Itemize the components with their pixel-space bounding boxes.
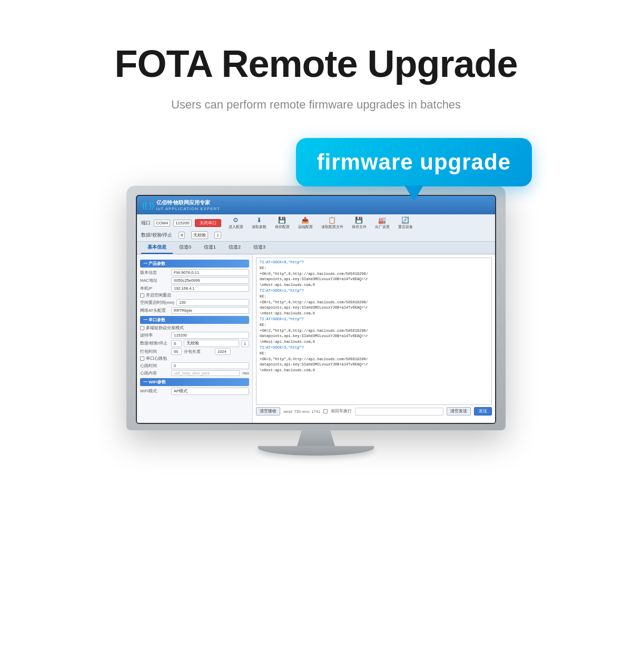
terminal-line: TI:AT+SOCK=0,"http"? bbox=[260, 260, 488, 265]
wifi-icon: ((·)) bbox=[142, 201, 154, 210]
tab-ch3[interactable]: 信道3 bbox=[247, 242, 272, 254]
savefile-label: 保存文件 bbox=[352, 224, 367, 230]
factory-icon: 🏭 bbox=[378, 216, 386, 224]
parity-bits[interactable]: 无校验 bbox=[184, 340, 239, 347]
baud-select[interactable]: 115200 bbox=[173, 220, 192, 226]
page-container: FOTA Remote Upgrade Users can perform re… bbox=[0, 0, 632, 487]
ip-value: 192.168.4.1 bbox=[171, 285, 249, 292]
toolbar-icons: ⚙ 进入配置 ⬇ 读取参数 💾 保存配置 bbox=[229, 216, 413, 230]
speech-bubble: firmware upgrade bbox=[296, 138, 532, 186]
terminal-line: \nHost:api.haclouds.com,0 bbox=[260, 311, 488, 317]
tab-basic[interactable]: 基本信息 bbox=[141, 242, 173, 254]
config-icon: ⚙ bbox=[233, 216, 239, 224]
idle-restart-label: 开启空闲重启 bbox=[146, 293, 171, 298]
terminal-line: \nHost:api.haclouds.com,0 bbox=[260, 340, 488, 345]
idle-restart-checkbox[interactable] bbox=[140, 293, 144, 298]
read-label: 读取参数 bbox=[252, 224, 266, 230]
cb-multi-proto[interactable]: 多端短协议分发模式 bbox=[140, 325, 249, 331]
terminal-line: KE: bbox=[260, 266, 488, 271]
ip-label: 本机IP bbox=[140, 286, 169, 291]
terminal-line: \nHost:api.haclouds.com,0 bbox=[260, 368, 488, 373]
field-baud: 波特率 115200 bbox=[140, 332, 249, 339]
net-at-value[interactable]: RRTRbyte bbox=[171, 307, 249, 314]
section-wifi-params: 一 WIFI参数 bbox=[140, 378, 249, 386]
tab-bar: 基本信息 信道0 信道1 信道2 信道3 bbox=[137, 242, 495, 254]
wifi-mode-value[interactable]: AP模式 bbox=[171, 388, 249, 395]
close-port-btn[interactable]: 关闭串口 bbox=[195, 219, 221, 227]
page-title: FOTA Remote Upgrade bbox=[114, 42, 517, 85]
monitor-wrapper: ((·)) 亿佰特·物联网应用专家 IoT APPLICATION EXPERT… bbox=[79, 185, 553, 456]
field-heart-time: 心跳时间 0 bbox=[140, 362, 249, 369]
terminal-line: +OK=1,"http",0,http://api.haclouds.com/5… bbox=[260, 300, 488, 305]
remote-label: 远端配置 bbox=[298, 224, 313, 230]
toolbar-icon-config[interactable]: ⚙ 进入配置 bbox=[229, 216, 243, 230]
baud-value-field[interactable]: 115200 bbox=[171, 332, 249, 339]
logo-text-block: 亿佰特·物联网应用专家 IoT APPLICATION EXPERT bbox=[156, 199, 221, 211]
port-select[interactable]: COM4 bbox=[154, 220, 170, 226]
data-bits[interactable]: 8 bbox=[171, 340, 182, 347]
terminal-line: +OK=0,"http",0,http://api.haclouds.com/5… bbox=[260, 272, 488, 277]
field-net-at: 网络AT头配置 RRTRbyte bbox=[140, 307, 249, 314]
pack-time-value[interactable]: 00 bbox=[171, 348, 182, 355]
parity-select[interactable]: 无校验 bbox=[191, 231, 208, 239]
toolbar-icon-read[interactable]: ⬇ 读取参数 bbox=[252, 216, 266, 230]
config-label: 进入配置 bbox=[229, 224, 243, 230]
cb-idle-restart[interactable]: 开启空闲重启 bbox=[140, 293, 249, 298]
monitor-outer: ((·)) 亿佰特·物联网应用专家 IoT APPLICATION EXPERT… bbox=[126, 185, 506, 430]
terminal-status: send: 730 recv: 1741 bbox=[283, 409, 320, 414]
toolbar-icon-restart[interactable]: 🔄 重启设备 bbox=[398, 216, 413, 230]
terminal-line: datapoints,api-key:SIahd3MCLvuuxYJ0B+a14… bbox=[260, 305, 488, 311]
data-parity-label: 数据/校验/停止 bbox=[140, 341, 169, 346]
factory-label: 出厂设置 bbox=[375, 224, 390, 230]
net-at-label: 网络AT头配置 bbox=[140, 308, 169, 313]
hex-suffix: .hex bbox=[242, 371, 249, 375]
monitor-neck bbox=[292, 430, 340, 446]
toolbar-icon-remote[interactable]: 📤 远端配置 bbox=[298, 216, 313, 230]
send-input[interactable] bbox=[355, 408, 443, 416]
logo-cn: 亿佰特·物联网应用专家 bbox=[156, 199, 221, 206]
right-panel: TI:AT+SOCK=0,"http"? KE: +OK=0,"http",0,… bbox=[253, 254, 495, 423]
send-btn[interactable]: 发送 bbox=[474, 407, 492, 416]
toolbar-icon-factory[interactable]: 🏭 出厂设置 bbox=[375, 216, 390, 230]
baud-label: 波特率 bbox=[140, 333, 169, 338]
crlf-checkbox[interactable] bbox=[323, 409, 328, 413]
toolbar-icon-save[interactable]: 💾 保存配置 bbox=[275, 216, 290, 230]
clear-send-btn[interactable]: 清空发送 bbox=[447, 407, 471, 416]
restart-icon: 🔄 bbox=[401, 216, 409, 224]
app-content: 一 产品参数 版本信息 FW-9076-0-11 MAC地址 0050c25e0… bbox=[137, 254, 495, 423]
field-ip: 本机IP 192.168.4.1 bbox=[140, 285, 249, 292]
terminal-line: TI:AT+SOCK=2,"http"? bbox=[260, 317, 488, 322]
terminal-line: KE: bbox=[260, 294, 488, 300]
tab-ch0[interactable]: 信道0 bbox=[173, 242, 197, 254]
version-label: 版本信息 bbox=[140, 270, 169, 275]
data-select[interactable]: 8 bbox=[179, 232, 185, 239]
terminal-line: TI:AT+SOCK=3,"http"? bbox=[260, 345, 488, 351]
data-label: 数据/校验/停止 bbox=[141, 232, 172, 239]
crlf-label: 加回车换行 bbox=[331, 409, 352, 414]
ebyte-logo: ((·)) 亿佰特·物联网应用专家 IoT APPLICATION EXPERT bbox=[142, 199, 220, 211]
multi-proto-checkbox[interactable] bbox=[140, 326, 144, 330]
idle-time-value[interactable]: 150 bbox=[176, 299, 249, 306]
pack-len-value[interactable]: 1024 bbox=[215, 348, 231, 355]
toolbar-icon-readfile[interactable]: 📋 读取配置文件 bbox=[321, 216, 343, 230]
restart-label: 重启设备 bbox=[398, 224, 413, 230]
readfile-label: 读取配置文件 bbox=[321, 224, 343, 230]
app-toolbar: 端口 COM4 115200 关闭串口 ⚙ 进入配置 ⬇ bbox=[137, 214, 495, 242]
monitor-base bbox=[258, 446, 374, 456]
heartbeat-checkbox[interactable] bbox=[140, 357, 144, 361]
heart-content-placeholder[interactable]: uart_keep_alive_pack bbox=[171, 370, 240, 376]
field-version: 版本信息 FW-9076-0-11 bbox=[140, 269, 249, 276]
field-pack-time: 打包时间 00 分包长度 1024 bbox=[140, 348, 249, 355]
tab-ch1[interactable]: 信道1 bbox=[197, 242, 222, 254]
heartbeat-label: 串口心跳包 bbox=[146, 356, 167, 361]
stop-select[interactable]: 1 bbox=[214, 232, 221, 239]
cb-heartbeat[interactable]: 串口心跳包 bbox=[140, 356, 249, 361]
tab-ch2[interactable]: 信道2 bbox=[222, 242, 247, 254]
toolbar-icon-savefile[interactable]: 💾 保存文件 bbox=[352, 216, 367, 230]
save-icon: 💾 bbox=[278, 216, 286, 224]
clear-receive-btn[interactable]: 清空接收 bbox=[256, 407, 280, 416]
terminal-line: datapoints,api-key:SIahd3MCLvuuxYJ0B+a14… bbox=[260, 277, 488, 282]
stop-bits[interactable]: 1 bbox=[241, 340, 249, 347]
terminal-line: KE: bbox=[260, 323, 488, 328]
speech-bubble-text: firmware upgrade bbox=[317, 150, 511, 174]
